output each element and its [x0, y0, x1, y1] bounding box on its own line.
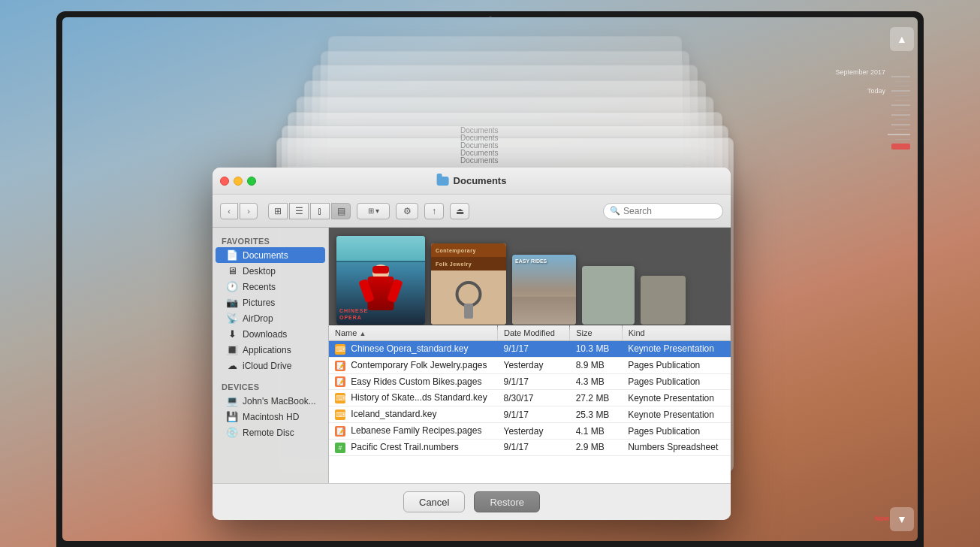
- timeline-ticks: [888, 76, 910, 475]
- maximize-button[interactable]: [247, 177, 256, 186]
- column-view-button[interactable]: ⫿: [310, 203, 330, 219]
- file-date-cell: 8/30/17: [497, 390, 569, 406]
- file-kind-cell: Pages Publication: [622, 373, 730, 390]
- column-header-name[interactable]: Name ▲: [329, 325, 497, 341]
- table-row[interactable]: ⌨ History of Skate...ds Standard.key 8/3…: [329, 390, 731, 406]
- file-name-cell: # Pacific Crest Trail.numbers: [329, 439, 497, 455]
- sidebar-item-pictures[interactable]: 📷 Pictures: [216, 295, 325, 310]
- recents-icon: 🕐: [226, 281, 238, 292]
- documents-icon: 📄: [226, 249, 238, 261]
- finder-dialog: Documents ‹ › ⊞ ☰ ⫿ ▤ ⊞ ▾: [213, 168, 731, 520]
- file-kind-cell: Keynote Presentation: [622, 390, 730, 406]
- file-name-cell: 📝 Lebanese Family Recipes.pages: [329, 423, 497, 440]
- file-type-icon: ⌨: [335, 393, 345, 403]
- sidebar-item-documents[interactable]: 📄 Documents: [216, 247, 325, 263]
- laptop-screen: Documents Documents Documents Documents …: [62, 17, 918, 541]
- file-type-icon: 📝: [335, 376, 345, 387]
- window-title: Documents: [437, 175, 507, 186]
- table-row[interactable]: 📝 Contemporary Folk Jewelry.pages Yester…: [329, 357, 731, 373]
- dialog-buttons: Cancel Restore: [213, 483, 731, 520]
- arrange-button[interactable]: ⊞ ▾: [357, 203, 390, 219]
- file-size-cell: 25.3 MB: [570, 406, 622, 423]
- search-input[interactable]: [623, 206, 716, 216]
- file-name-cell: ⌨ History of Skate...ds Standard.key: [329, 390, 497, 406]
- sidebar-item-remote-disc[interactable]: 💿 Remote Disc: [216, 425, 325, 440]
- sidebar-recents-label: Recents: [243, 282, 276, 292]
- list-view-button[interactable]: ☰: [289, 203, 309, 219]
- table-row[interactable]: ⌨ Chinese Opera_standard.key 9/1/17 10.3…: [329, 341, 731, 358]
- forward-button[interactable]: ›: [240, 203, 258, 219]
- sidebar-item-macintosh[interactable]: 💾 Macintosh HD: [216, 409, 325, 425]
- cancel-button[interactable]: Cancel: [403, 491, 465, 512]
- file-type-icon: 📝: [335, 361, 345, 371]
- sidebar-macbook-label: John's MacBook...: [243, 396, 316, 406]
- table-body: ⌨ Chinese Opera_standard.key 9/1/17 10.3…: [329, 341, 731, 456]
- sidebar-airdrop-label: AirDrop: [243, 313, 273, 324]
- search-box[interactable]: 🔍: [603, 203, 723, 219]
- file-date-cell: Yesterday: [497, 423, 569, 440]
- file-date-cell: 9/1/17: [497, 373, 569, 390]
- file-name-cell: ⌨ Iceland_standard.key: [329, 406, 497, 423]
- table-row[interactable]: 📝 Easy Rides Custom Bikes.pages 9/1/17 4…: [329, 373, 731, 390]
- sidebar-item-downloads[interactable]: ⬇ Downloads: [216, 326, 325, 342]
- sidebar-desktop-label: Desktop: [243, 266, 276, 277]
- minimize-button[interactable]: [234, 177, 243, 186]
- file-size-cell: 2.9 MB: [570, 439, 622, 455]
- file-type-icon: ⌨: [335, 344, 345, 355]
- file-list: Name ▲ Date Modified Size Kind ⌨: [329, 325, 731, 483]
- traffic-lights: [220, 177, 256, 186]
- eject-button[interactable]: ⏏: [450, 203, 469, 219]
- table-row[interactable]: ⌨ Iceland_standard.key 9/1/17 25.3 MB Ke…: [329, 406, 731, 423]
- column-header-date[interactable]: Date Modified: [497, 325, 569, 341]
- sidebar-item-airdrop[interactable]: 📡 AirDrop: [216, 310, 325, 326]
- macbook-icon: 💻: [226, 395, 238, 406]
- downloads-icon: ⬇: [226, 328, 238, 340]
- timeline-up-button[interactable]: ▲: [890, 27, 914, 51]
- restore-button[interactable]: Restore: [474, 491, 540, 512]
- sidebar-item-icloud[interactable]: ☁ iCloud Drive: [216, 358, 325, 373]
- table-header-row: Name ▲ Date Modified Size Kind: [329, 325, 731, 341]
- desktop-icon: 🖥: [226, 265, 238, 277]
- today-label: Today: [867, 87, 885, 95]
- chinese-opera-thumbnail[interactable]: CHINESEOPERA Chinese Opera_standard.key: [336, 236, 425, 325]
- easy-rides-thumbnail[interactable]: EASY RIDES: [512, 255, 576, 325]
- extra-thumbnail-2[interactable]: [641, 276, 686, 325]
- file-name-cell: ⌨ Chinese Opera_standard.key: [329, 341, 497, 358]
- share-button[interactable]: ↑: [424, 203, 444, 219]
- sidebar-item-macbook[interactable]: 💻 John's MacBook...: [216, 393, 325, 409]
- table-row[interactable]: # Pacific Crest Trail.numbers 9/1/17 2.9…: [329, 439, 731, 455]
- devices-section-title: Devices: [213, 379, 328, 393]
- sidebar-applications-label: Applications: [243, 345, 291, 355]
- table-row[interactable]: 📝 Lebanese Family Recipes.pages Yesterda…: [329, 423, 731, 440]
- files-table: Name ▲ Date Modified Size Kind ⌨: [329, 325, 731, 456]
- content-area: Favorites 📄 Documents 🖥 Desktop 🕐 Recent…: [213, 228, 731, 483]
- sidebar-item-recents[interactable]: 🕐 Recents: [216, 279, 325, 295]
- file-kind-cell: Pages Publication: [622, 423, 730, 440]
- back-button[interactable]: ‹: [220, 203, 238, 219]
- timeline-panel: ▲ September 2017 Today: [861, 17, 918, 541]
- action-button[interactable]: ⚙: [396, 203, 418, 219]
- file-date-cell: Yesterday: [497, 357, 569, 373]
- folk-jewelry-thumbnail[interactable]: Contemporary Folk Jewelry: [431, 243, 506, 325]
- extra-thumbnail-1[interactable]: [582, 266, 635, 325]
- title-bar: Documents: [213, 168, 731, 195]
- column-header-kind[interactable]: Kind: [622, 325, 730, 341]
- sep-2017-label: September 2017: [835, 68, 885, 76]
- timeline-down-button[interactable]: ▼: [890, 507, 914, 531]
- applications-icon: 🔳: [226, 344, 238, 355]
- file-size-cell: 10.3 MB: [570, 341, 622, 358]
- sidebar-item-desktop[interactable]: 🖥 Desktop: [216, 263, 325, 279]
- sidebar-macintosh-label: Macintosh HD: [243, 412, 299, 422]
- sidebar-remote-disc-label: Remote Disc: [243, 428, 294, 438]
- cover-flow-view-button[interactable]: ▤: [331, 203, 351, 219]
- sidebar-item-applications[interactable]: 🔳 Applications: [216, 342, 325, 358]
- column-header-size[interactable]: Size: [570, 325, 622, 341]
- airdrop-icon: 📡: [226, 313, 238, 324]
- view-buttons: ⊞ ☰ ⫿ ▤: [268, 203, 351, 219]
- close-button[interactable]: [220, 177, 229, 186]
- folder-icon: [437, 177, 449, 186]
- icon-view-button[interactable]: ⊞: [268, 203, 288, 219]
- file-date-cell: 9/1/17: [497, 406, 569, 423]
- favorites-section-title: Favorites: [213, 234, 328, 247]
- macintosh-icon: 💾: [226, 411, 238, 422]
